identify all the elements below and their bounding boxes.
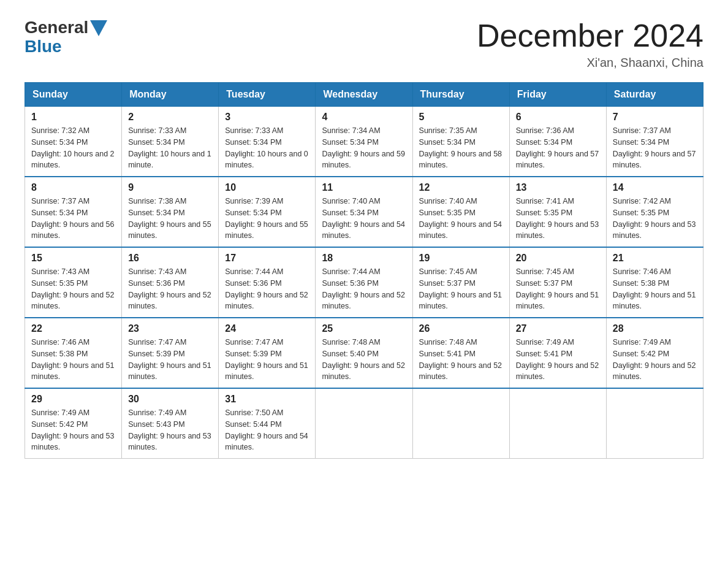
day-info: Sunrise: 7:46 AMSunset: 5:38 PMDaylight:… <box>31 337 115 383</box>
calendar-cell: 28Sunrise: 7:49 AMSunset: 5:42 PMDayligh… <box>606 318 703 388</box>
day-number: 24 <box>225 323 309 334</box>
day-info: Sunrise: 7:43 AMSunset: 5:35 PMDaylight:… <box>31 266 115 312</box>
logo: General Blue <box>25 18 107 56</box>
day-number: 9 <box>128 182 212 193</box>
day-info: Sunrise: 7:45 AMSunset: 5:37 PMDaylight:… <box>516 266 600 312</box>
day-info: Sunrise: 7:50 AMSunset: 5:44 PMDaylight:… <box>225 407 309 453</box>
calendar-cell: 7Sunrise: 7:37 AMSunset: 5:34 PMDaylight… <box>606 107 703 177</box>
calendar-cell: 29Sunrise: 7:49 AMSunset: 5:42 PMDayligh… <box>25 388 122 459</box>
calendar-cell: 9Sunrise: 7:38 AMSunset: 5:34 PMDaylight… <box>122 177 219 247</box>
calendar-cell: 13Sunrise: 7:41 AMSunset: 5:35 PMDayligh… <box>509 177 606 247</box>
calendar-cell: 20Sunrise: 7:45 AMSunset: 5:37 PMDayligh… <box>509 247 606 318</box>
calendar-header-row: SundayMondayTuesdayWednesdayThursdayFrid… <box>25 83 703 107</box>
calendar-cell: 6Sunrise: 7:36 AMSunset: 5:34 PMDaylight… <box>509 107 606 177</box>
day-info: Sunrise: 7:49 AMSunset: 5:42 PMDaylight:… <box>613 337 697 383</box>
day-info: Sunrise: 7:47 AMSunset: 5:39 PMDaylight:… <box>128 337 212 383</box>
day-number: 7 <box>613 112 697 123</box>
day-info: Sunrise: 7:49 AMSunset: 5:43 PMDaylight:… <box>128 407 212 453</box>
calendar-cell: 31Sunrise: 7:50 AMSunset: 5:44 PMDayligh… <box>219 388 316 459</box>
day-info: Sunrise: 7:41 AMSunset: 5:35 PMDaylight:… <box>516 196 600 242</box>
logo-blue: Blue <box>25 37 62 56</box>
day-number: 1 <box>31 112 115 123</box>
day-number: 13 <box>516 182 600 193</box>
day-info: Sunrise: 7:46 AMSunset: 5:38 PMDaylight:… <box>613 266 697 312</box>
day-info: Sunrise: 7:43 AMSunset: 5:36 PMDaylight:… <box>128 266 212 312</box>
day-number: 23 <box>128 323 212 334</box>
day-number: 11 <box>322 182 406 193</box>
day-number: 15 <box>31 253 115 264</box>
day-number: 5 <box>419 112 503 123</box>
day-number: 31 <box>225 394 309 405</box>
day-info: Sunrise: 7:44 AMSunset: 5:36 PMDaylight:… <box>225 266 309 312</box>
day-info: Sunrise: 7:34 AMSunset: 5:34 PMDaylight:… <box>322 125 406 171</box>
week-row-5: 29Sunrise: 7:49 AMSunset: 5:42 PMDayligh… <box>25 388 703 459</box>
logo-general: General <box>25 18 88 37</box>
day-number: 17 <box>225 253 309 264</box>
day-number: 14 <box>613 182 697 193</box>
calendar-cell: 5Sunrise: 7:35 AMSunset: 5:34 PMDaylight… <box>412 107 509 177</box>
calendar-cell: 10Sunrise: 7:39 AMSunset: 5:34 PMDayligh… <box>219 177 316 247</box>
title-area: December 2024 Xi'an, Shaanxi, China <box>477 18 703 70</box>
svg-marker-0 <box>90 20 107 36</box>
calendar-cell: 17Sunrise: 7:44 AMSunset: 5:36 PMDayligh… <box>219 247 316 318</box>
week-row-3: 15Sunrise: 7:43 AMSunset: 5:35 PMDayligh… <box>25 247 703 318</box>
header-wednesday: Wednesday <box>316 83 412 107</box>
header-sunday: Sunday <box>25 83 122 107</box>
day-number: 30 <box>128 394 212 405</box>
calendar-cell: 22Sunrise: 7:46 AMSunset: 5:38 PMDayligh… <box>25 318 122 388</box>
day-info: Sunrise: 7:36 AMSunset: 5:34 PMDaylight:… <box>516 125 600 171</box>
day-number: 19 <box>419 253 503 264</box>
calendar-cell: 23Sunrise: 7:47 AMSunset: 5:39 PMDayligh… <box>122 318 219 388</box>
month-title: December 2024 <box>477 18 703 53</box>
day-info: Sunrise: 7:49 AMSunset: 5:42 PMDaylight:… <box>31 407 115 453</box>
calendar-cell: 25Sunrise: 7:48 AMSunset: 5:40 PMDayligh… <box>316 318 412 388</box>
day-info: Sunrise: 7:48 AMSunset: 5:40 PMDaylight:… <box>322 337 406 383</box>
calendar-cell: 14Sunrise: 7:42 AMSunset: 5:35 PMDayligh… <box>606 177 703 247</box>
page-header: General Blue December 2024 Xi'an, Shaanx… <box>25 18 703 70</box>
day-info: Sunrise: 7:39 AMSunset: 5:34 PMDaylight:… <box>225 196 309 242</box>
day-number: 26 <box>419 323 503 334</box>
day-info: Sunrise: 7:37 AMSunset: 5:34 PMDaylight:… <box>613 125 697 171</box>
day-number: 16 <box>128 253 212 264</box>
calendar-cell: 11Sunrise: 7:40 AMSunset: 5:34 PMDayligh… <box>316 177 412 247</box>
day-info: Sunrise: 7:40 AMSunset: 5:35 PMDaylight:… <box>419 196 503 242</box>
week-row-1: 1Sunrise: 7:32 AMSunset: 5:34 PMDaylight… <box>25 107 703 177</box>
day-number: 29 <box>31 394 115 405</box>
calendar-cell: 4Sunrise: 7:34 AMSunset: 5:34 PMDaylight… <box>316 107 412 177</box>
day-info: Sunrise: 7:42 AMSunset: 5:35 PMDaylight:… <box>613 196 697 242</box>
day-number: 18 <box>322 253 406 264</box>
day-info: Sunrise: 7:32 AMSunset: 5:34 PMDaylight:… <box>31 125 115 171</box>
day-info: Sunrise: 7:33 AMSunset: 5:34 PMDaylight:… <box>225 125 309 171</box>
calendar-cell <box>509 388 606 459</box>
calendar-cell: 18Sunrise: 7:44 AMSunset: 5:36 PMDayligh… <box>316 247 412 318</box>
logo-triangle-icon <box>90 20 107 36</box>
day-number: 27 <box>516 323 600 334</box>
location: Xi'an, Shaanxi, China <box>477 56 703 70</box>
calendar-cell: 19Sunrise: 7:45 AMSunset: 5:37 PMDayligh… <box>412 247 509 318</box>
week-row-2: 8Sunrise: 7:37 AMSunset: 5:34 PMDaylight… <box>25 177 703 247</box>
day-number: 28 <box>613 323 697 334</box>
calendar-cell: 26Sunrise: 7:48 AMSunset: 5:41 PMDayligh… <box>412 318 509 388</box>
calendar-cell: 8Sunrise: 7:37 AMSunset: 5:34 PMDaylight… <box>25 177 122 247</box>
day-number: 4 <box>322 112 406 123</box>
calendar-cell: 30Sunrise: 7:49 AMSunset: 5:43 PMDayligh… <box>122 388 219 459</box>
calendar-cell <box>412 388 509 459</box>
day-number: 20 <box>516 253 600 264</box>
calendar-cell <box>316 388 412 459</box>
day-info: Sunrise: 7:40 AMSunset: 5:34 PMDaylight:… <box>322 196 406 242</box>
day-number: 22 <box>31 323 115 334</box>
calendar-cell: 2Sunrise: 7:33 AMSunset: 5:34 PMDaylight… <box>122 107 219 177</box>
day-info: Sunrise: 7:47 AMSunset: 5:39 PMDaylight:… <box>225 337 309 383</box>
header-monday: Monday <box>122 83 219 107</box>
header-tuesday: Tuesday <box>219 83 316 107</box>
calendar-cell: 21Sunrise: 7:46 AMSunset: 5:38 PMDayligh… <box>606 247 703 318</box>
calendar-cell: 1Sunrise: 7:32 AMSunset: 5:34 PMDaylight… <box>25 107 122 177</box>
day-info: Sunrise: 7:49 AMSunset: 5:41 PMDaylight:… <box>516 337 600 383</box>
day-number: 21 <box>613 253 697 264</box>
week-row-4: 22Sunrise: 7:46 AMSunset: 5:38 PMDayligh… <box>25 318 703 388</box>
day-number: 6 <box>516 112 600 123</box>
calendar-cell: 12Sunrise: 7:40 AMSunset: 5:35 PMDayligh… <box>412 177 509 247</box>
calendar-cell: 3Sunrise: 7:33 AMSunset: 5:34 PMDaylight… <box>219 107 316 177</box>
day-number: 10 <box>225 182 309 193</box>
day-info: Sunrise: 7:45 AMSunset: 5:37 PMDaylight:… <box>419 266 503 312</box>
